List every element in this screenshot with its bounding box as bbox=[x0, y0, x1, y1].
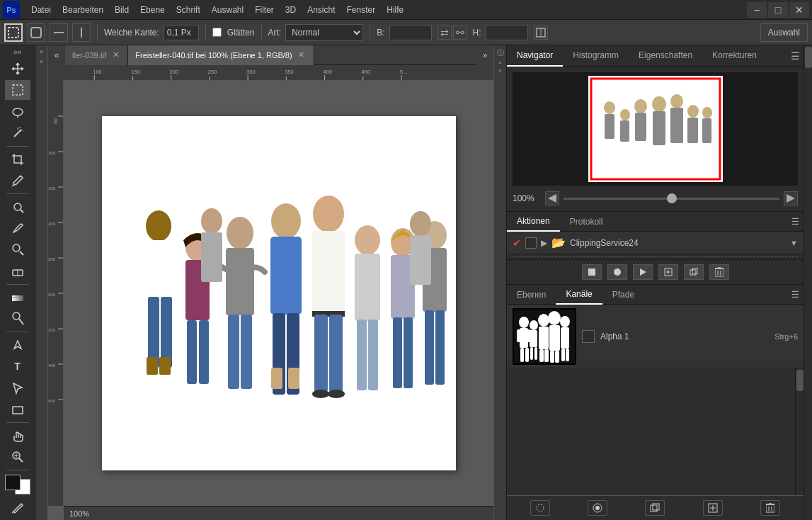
dodge-tool-btn[interactable] bbox=[5, 309, 30, 329]
tab-scroll-right-btn[interactable]: » bbox=[476, 45, 493, 65]
magic-wand-tool-btn[interactable] bbox=[5, 123, 30, 143]
channel-alpha1: Alpha 1 Strg+6 bbox=[507, 305, 804, 368]
b-input[interactable] bbox=[389, 25, 432, 40]
auswahl-button[interactable]: Auswahl bbox=[760, 23, 808, 42]
layer-mask-btn[interactable] bbox=[588, 500, 607, 516]
channel-visibility-toggle[interactable] bbox=[582, 330, 595, 343]
menu-3d[interactable]: 3D bbox=[280, 4, 302, 16]
eyedropper-tool-btn[interactable] bbox=[5, 171, 30, 191]
action-new-set-btn[interactable] bbox=[658, 264, 678, 280]
outer-scroll-thumb[interactable] bbox=[805, 47, 812, 68]
swap-btn[interactable]: ⇄ bbox=[438, 26, 452, 40]
nav-zoom-out-btn[interactable] bbox=[545, 191, 559, 205]
menu-ebene[interactable]: Ebene bbox=[135, 4, 171, 16]
menu-datei[interactable]: Datei bbox=[25, 4, 57, 16]
action-play-btn[interactable] bbox=[633, 264, 653, 280]
svg-point-82 bbox=[271, 203, 301, 239]
art-select[interactable]: Normal Zu Auswahl hinzufügen Von Auswahl… bbox=[285, 24, 363, 41]
shape-tool-btn[interactable] bbox=[5, 399, 30, 419]
move-tool-btn[interactable] bbox=[5, 59, 30, 79]
layers-scroll-thumb[interactable] bbox=[796, 370, 804, 391]
right-strip-arrow2[interactable]: « bbox=[498, 67, 501, 74]
right-info-strip: ⓘ » « bbox=[493, 45, 506, 520]
tab-pfade[interactable]: Pfade bbox=[602, 285, 644, 305]
menu-fenster[interactable]: Fenster bbox=[341, 4, 382, 16]
svg-rect-124 bbox=[687, 118, 698, 143]
aktionen-menu-btn[interactable]: ☰ bbox=[787, 217, 804, 227]
layers-scrollbar[interactable] bbox=[795, 368, 804, 495]
tab-1-close[interactable]: ✕ bbox=[110, 50, 120, 60]
right-strip-arrow[interactable]: » bbox=[498, 60, 501, 66]
tab-navigator[interactable]: Navigator bbox=[507, 45, 563, 67]
info-icon[interactable]: ⓘ bbox=[497, 48, 504, 58]
tab-scroll-left-btn[interactable]: « bbox=[48, 45, 65, 65]
clone-tool-btn[interactable] bbox=[5, 239, 30, 259]
action-expand-icon[interactable]: ▶ bbox=[541, 238, 547, 248]
action-record-btn[interactable] bbox=[607, 264, 627, 280]
canvas-viewport[interactable]: 100 150 200 250 300 bbox=[48, 65, 493, 520]
menu-ansicht[interactable]: Ansicht bbox=[302, 4, 341, 16]
menu-filter[interactable]: Filter bbox=[249, 4, 280, 16]
link-btn[interactable]: ⚯ bbox=[453, 26, 467, 40]
constrain-btn[interactable] bbox=[534, 26, 548, 40]
nav-zoom-slider[interactable] bbox=[564, 198, 779, 200]
tab-histogram[interactable]: Histogramm bbox=[563, 45, 629, 67]
tab-ebenen[interactable]: Ebenen bbox=[507, 285, 556, 305]
crop-tool-btn[interactable] bbox=[5, 149, 30, 169]
tab-1[interactable]: ller-039.tif ✕ bbox=[65, 45, 128, 65]
left-expand-btn[interactable]: « bbox=[40, 58, 43, 65]
pen-bottom-btn[interactable] bbox=[5, 497, 30, 517]
menu-schrift[interactable]: Schrift bbox=[171, 4, 206, 16]
lasso-tool-btn[interactable] bbox=[5, 101, 30, 121]
marquee-rect-btn[interactable] bbox=[4, 23, 23, 42]
tab-protokoll[interactable]: Protokoll bbox=[560, 212, 613, 232]
tab-kanaele[interactable]: Kanäle bbox=[556, 285, 602, 305]
maximize-button[interactable]: □ bbox=[768, 2, 788, 18]
h-input[interactable] bbox=[486, 25, 528, 40]
toolbar-collapse-btn[interactable]: »« bbox=[13, 48, 21, 56]
tab-aktionen[interactable]: Aktionen bbox=[507, 212, 560, 232]
marquee-round-btn[interactable] bbox=[27, 23, 45, 42]
marquee-tool-btn[interactable] bbox=[5, 80, 30, 100]
glatten-checkbox[interactable] bbox=[212, 28, 222, 37]
path-select-tool-btn[interactable] bbox=[5, 378, 30, 397]
menu-bild[interactable]: Bild bbox=[109, 4, 135, 16]
tab-2-close[interactable]: ✕ bbox=[297, 50, 307, 60]
layer-duplicate-btn[interactable] bbox=[645, 500, 665, 516]
layer-delete-btn[interactable] bbox=[760, 500, 780, 516]
tab-eigenschaften[interactable]: Eigenschaften bbox=[629, 45, 702, 67]
left-collapse-btn[interactable]: » bbox=[40, 48, 43, 55]
layer-new-btn[interactable] bbox=[703, 500, 723, 516]
marquee-row-btn[interactable] bbox=[50, 23, 68, 42]
spot-heal-tool-btn[interactable] bbox=[5, 197, 30, 217]
menu-bearbeiten[interactable]: Bearbeiten bbox=[57, 4, 109, 16]
zoom-tool-btn[interactable] bbox=[5, 447, 30, 467]
nav-zoom-in-btn[interactable] bbox=[784, 191, 798, 205]
glatten-label: Glätten bbox=[227, 28, 255, 38]
action-item-clipping: ✔ ▶ 📂 ClippingService24 ▼ bbox=[507, 232, 804, 254]
brush-tool-btn[interactable] bbox=[5, 218, 30, 238]
menu-hilfe[interactable]: Hilfe bbox=[381, 4, 409, 16]
layers-menu-btn[interactable]: ☰ bbox=[787, 290, 804, 300]
pen-tool-btn[interactable] bbox=[5, 335, 30, 355]
color-selector[interactable] bbox=[5, 475, 30, 494]
action-layer-vis[interactable] bbox=[525, 237, 537, 249]
gradient-tool-btn[interactable] bbox=[5, 288, 30, 307]
menu-auswahl[interactable]: Auswahl bbox=[206, 4, 249, 16]
minimize-button[interactable]: − bbox=[747, 2, 767, 18]
action-expand-arrow[interactable]: ▼ bbox=[790, 239, 798, 247]
type-tool-btn[interactable]: T bbox=[5, 356, 30, 376]
close-button[interactable]: ✕ bbox=[789, 2, 809, 18]
weiche-kante-input[interactable] bbox=[164, 25, 199, 40]
layer-select-btn[interactable] bbox=[530, 500, 550, 516]
tab-korrekturen[interactable]: Korrekturen bbox=[702, 45, 767, 67]
hand-tool-btn[interactable] bbox=[5, 425, 30, 445]
navigator-panel-menu-btn[interactable]: ☰ bbox=[787, 47, 804, 64]
action-stop-btn[interactable] bbox=[582, 264, 602, 280]
action-new-action-btn[interactable] bbox=[684, 264, 704, 280]
tab-2[interactable]: Freisteller-040.tif bei 100% (Ebene 1, R… bbox=[128, 45, 314, 65]
action-delete-btn[interactable] bbox=[709, 264, 729, 280]
marquee-col-btn[interactable] bbox=[72, 23, 91, 42]
foreground-color[interactable] bbox=[5, 475, 21, 490]
eraser-tool-btn[interactable] bbox=[5, 261, 30, 281]
